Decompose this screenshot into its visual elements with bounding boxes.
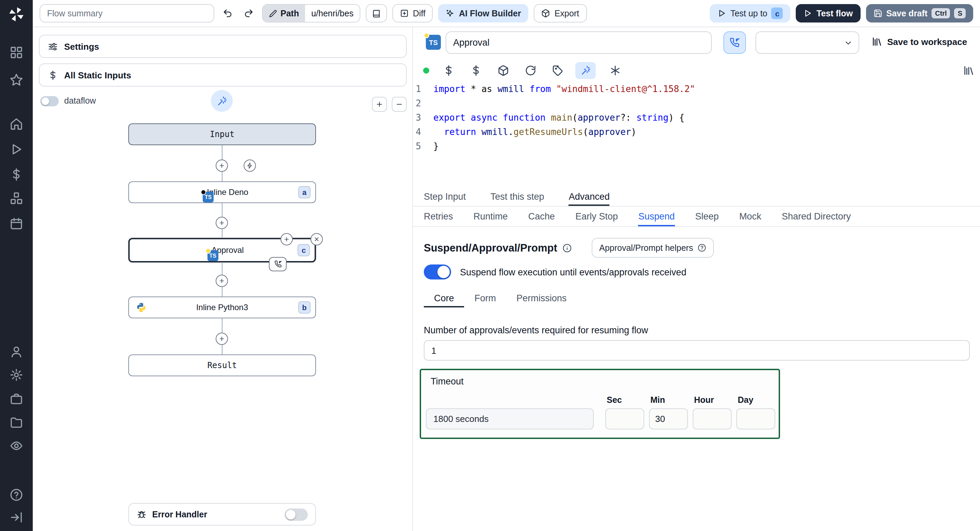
zoom-out-button[interactable] — [392, 97, 407, 112]
reload-icon[interactable] — [525, 65, 536, 76]
save-to-workspace-label: Save to workspace — [887, 36, 967, 47]
path-button[interactable]: Path u/henri/bes — [262, 4, 360, 22]
save-draft-button[interactable]: Save draft Ctrl S — [866, 4, 973, 22]
export-button[interactable]: Export — [534, 4, 587, 22]
magic-wand-icon — [217, 96, 227, 106]
tab-runtime[interactable]: Runtime — [474, 206, 508, 226]
library-panel-icon[interactable] — [963, 65, 975, 76]
flow-node-approval-selected[interactable]: TS Approval c — [128, 238, 316, 262]
error-handler-toggle[interactable] — [285, 508, 308, 520]
plus-icon — [375, 100, 383, 108]
timeout-hour-input[interactable] — [693, 408, 732, 430]
step-tabs: Step Input Test this step Advanced — [413, 187, 980, 206]
tab-core[interactable]: Core — [424, 288, 465, 308]
folders-icon[interactable] — [10, 416, 23, 430]
code-line[interactable]: 3export async function main(approver?: s… — [413, 111, 976, 125]
zoom-in-button[interactable] — [372, 97, 387, 112]
ai-flow-builder-button[interactable]: AI Flow Builder — [439, 4, 528, 22]
tab-form[interactable]: Form — [465, 288, 506, 308]
flow-summary-input[interactable] — [40, 4, 214, 22]
tab-shared-directory[interactable]: Shared Directory — [782, 206, 851, 226]
favorites-star-icon[interactable] — [10, 73, 23, 87]
insert-variable-dollar-icon[interactable] — [443, 65, 455, 76]
flow-node-input[interactable]: Input — [128, 124, 316, 145]
lsp-status-dot — [423, 68, 429, 74]
code-line[interactable]: 4 return wmill.getResumeUrls(approver) — [413, 125, 976, 139]
tab-early-stop[interactable]: Early Stop — [575, 206, 618, 226]
settings-gear-icon[interactable] — [10, 368, 23, 382]
save-to-workspace-button[interactable]: Save to workspace — [872, 36, 967, 47]
tab-test-this-step[interactable]: Test this step — [490, 187, 544, 206]
apps-grid-icon[interactable] — [10, 46, 23, 59]
user-icon[interactable] — [10, 345, 23, 358]
diff-button[interactable]: Diff — [392, 4, 433, 22]
ai-assist-button[interactable] — [575, 62, 596, 79]
approval-mode-button[interactable] — [724, 31, 746, 54]
flow-node-inline-python[interactable]: Inline Python3 b — [128, 296, 316, 318]
ai-flow-builder-label: AI Flow Builder — [459, 8, 521, 18]
ai-step-wand-button[interactable] — [211, 90, 233, 112]
tab-advanced[interactable]: Advanced — [569, 187, 610, 206]
runs-play-icon[interactable] — [10, 143, 23, 156]
home-icon[interactable] — [10, 117, 23, 131]
redo-button[interactable] — [241, 4, 256, 22]
format-asterisk-icon[interactable] — [609, 65, 621, 76]
help-icon[interactable] — [10, 488, 23, 502]
all-static-inputs-button[interactable]: All Static Inputs — [39, 63, 407, 87]
ts-glyph: TS — [205, 194, 212, 200]
timeout-sec-input[interactable] — [605, 408, 644, 430]
resources-hub-icon[interactable] — [10, 192, 23, 205]
timeout-day-input[interactable] — [737, 408, 775, 430]
approvals-required-input[interactable] — [424, 340, 970, 361]
test-up-to-button[interactable]: Test up to c — [710, 4, 790, 22]
add-step-button-3[interactable] — [216, 275, 228, 287]
tab-sleep[interactable]: Sleep — [695, 206, 719, 226]
add-step-button-4[interactable] — [216, 333, 228, 345]
test-up-to-label: Test up to — [730, 8, 767, 18]
error-handler-button[interactable]: Error Handler — [128, 503, 316, 526]
info-icon[interactable] — [562, 243, 571, 253]
test-flow-button[interactable]: Test flow — [796, 4, 861, 22]
add-step-button-1[interactable] — [216, 160, 228, 172]
collapse-sidebar-icon[interactable] — [10, 510, 23, 524]
tag-icon[interactable] — [552, 65, 564, 76]
suspend-toggle-row: Suspend flow execution until events/appr… — [424, 265, 686, 279]
code-line[interactable]: 1import * as wmill from "windmill-client… — [413, 82, 976, 96]
add-trigger-button[interactable] — [243, 160, 256, 172]
move-step-button[interactable] — [280, 233, 293, 246]
approval-prompt-helpers-button[interactable]: Approval/Prompt helpers — [592, 238, 713, 258]
dataflow-toggle[interactable] — [40, 96, 59, 106]
tab-mock[interactable]: Mock — [739, 206, 761, 226]
template-select[interactable] — [756, 31, 859, 54]
insert-resource-dollar-icon[interactable] — [470, 65, 482, 76]
tab-permissions[interactable]: Permissions — [506, 288, 577, 308]
undo-button[interactable] — [220, 4, 235, 22]
approval-phone-chip[interactable] — [269, 257, 286, 271]
suspend-toggle[interactable] — [424, 265, 451, 279]
toggle-knob — [286, 510, 296, 519]
code-line[interactable]: 2 — [413, 96, 976, 111]
kbd-ctrl: Ctrl — [932, 8, 950, 18]
tab-suspend[interactable]: Suspend — [638, 206, 675, 226]
flow-node-inline-deno[interactable]: TS Inline Deno a — [128, 181, 316, 203]
schedules-calendar-icon[interactable] — [10, 217, 23, 230]
delete-step-button[interactable] — [310, 233, 323, 246]
step-name-input[interactable] — [445, 31, 712, 54]
code-line[interactable]: 5} — [413, 139, 976, 153]
workers-briefcase-icon[interactable] — [10, 392, 23, 406]
flow-node-result[interactable]: Result — [128, 355, 316, 376]
tab-cache[interactable]: Cache — [528, 206, 555, 226]
audit-eye-icon[interactable] — [10, 439, 23, 453]
package-icon[interactable] — [498, 65, 509, 76]
variables-dollar-icon[interactable] — [10, 168, 23, 181]
docs-button[interactable] — [366, 4, 387, 22]
tab-step-input[interactable]: Step Input — [424, 187, 466, 206]
code-editor[interactable]: 1import * as wmill from "windmill-client… — [413, 82, 976, 187]
add-step-button-2[interactable] — [216, 217, 228, 229]
dollar-icon — [48, 70, 58, 80]
tab-retries[interactable]: Retries — [424, 206, 453, 226]
timeout-summary-input[interactable] — [426, 408, 594, 430]
windmill-logo-icon[interactable] — [8, 5, 25, 23]
flow-settings-button[interactable]: Settings — [39, 35, 407, 58]
timeout-min-input[interactable] — [649, 408, 688, 430]
